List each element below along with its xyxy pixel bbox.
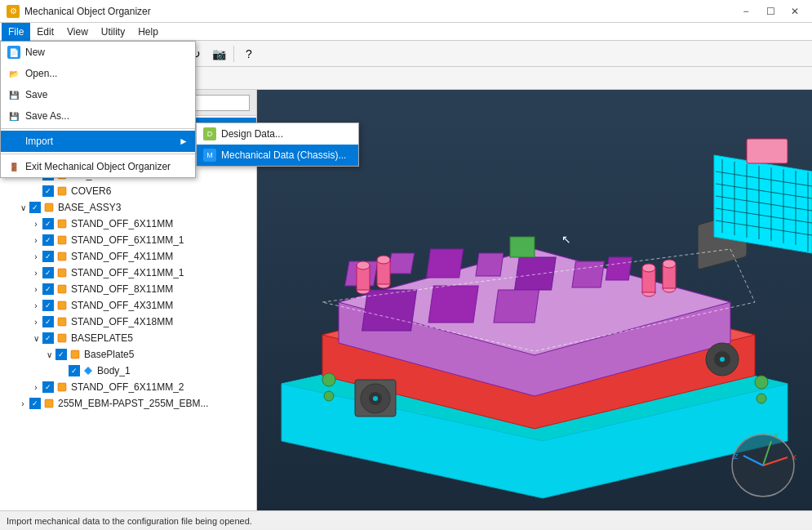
tree-item[interactable]: ›✓STAND_OFF_4X11MM_1 [0,265,256,281]
tree-item[interactable]: ›✓STAND_OFF_8X11MM [0,281,256,297]
tree-item-label: BASE_ASSY3 [58,202,121,213]
tree-toggle-icon[interactable]: ∨ [29,332,42,345]
close-button[interactable]: ✕ [784,4,805,19]
menu-open[interactable]: 📂 Open... [1,63,195,84]
tree-checkbox[interactable]: ✓ [69,365,80,376]
svg-point-50 [720,357,725,362]
save-icon: 💾 [7,88,20,101]
file-dropdown: 📄 New 📂 Open... 💾 Save 💾 Save As... Impo… [0,41,196,178]
submenu-design-data[interactable]: D Design Data... [197,123,358,145]
tree-item[interactable]: ›✓STAND_OFF_4X11MM [0,248,256,265]
tree-checkbox[interactable]: ✓ [42,381,54,393]
tree-toggle-icon[interactable]: › [29,266,42,279]
tree-item[interactable]: ›✓STAND_OFF_4X31MM [0,297,256,314]
menu-file[interactable]: File [2,23,30,41]
svg-rect-14 [71,350,79,359]
tree-item[interactable]: ∨✓BasePlate5 [0,346,256,363]
svg-rect-28 [476,253,504,276]
tree-checkbox[interactable]: ✓ [42,251,54,262]
tree-checkbox[interactable]: ✓ [29,202,41,213]
menu-save[interactable]: 💾 Save [1,84,195,105]
toolbar-help-button[interactable]: ? [238,43,260,65]
tree-toggle-icon[interactable]: › [29,381,42,394]
svg-rect-10 [58,285,66,293]
tree-item-icon [55,299,69,312]
tree-item-label: STAND_OFF_4X31MM [71,300,173,311]
tree-item-icon [55,185,69,198]
tree-checkbox[interactable]: ✓ [42,185,54,197]
exit-icon: 🚪 [7,160,20,173]
tree-item[interactable]: ›✓STAND_OFF_4X18MM [0,314,256,330]
svg-marker-15 [84,367,92,375]
tree-item[interactable]: ∨✓BASEPLATE5 [0,330,256,346]
tree-item[interactable]: ›✓255M_EBM-PAPST_255M_EBM... [0,395,256,412]
menu-bar: File Edit View Utility Help [0,23,812,41]
import-submenu: D Design Data... M Mechanical Data (Chas… [196,122,359,167]
tree-item-icon [55,315,69,328]
tree-toggle-icon[interactable] [55,364,69,377]
svg-rect-12 [58,318,66,326]
svg-rect-55 [510,237,535,257]
svg-text:X: X [792,453,796,461]
toolbar-camera-button[interactable]: 📷 [208,43,229,65]
tree-checkbox[interactable]: ✓ [42,234,54,246]
tree-item-label: 255M_EBM-PAPST_255M_EBM... [58,398,209,409]
tree-item-label: STAND_OFF_6X11MM_2 [71,381,184,393]
tree-item-label: STAND_OFF_4X11MM_1 [71,267,184,278]
maximize-button[interactable]: ☐ [760,4,781,19]
menu-help[interactable]: Help [131,23,165,41]
svg-rect-29 [515,257,557,290]
menu-new[interactable]: 📄 New [1,42,195,63]
tree-item[interactable]: ›✓STAND_OFF_6X11MM_2 [0,379,256,395]
minimize-button[interactable]: − [735,4,757,19]
tree-checkbox[interactable]: ✓ [42,218,54,229]
menu-edit[interactable]: Edit [30,23,60,41]
tree-item-label: STAND_OFF_6X11MM_1 [71,234,184,246]
tree-toggle-icon[interactable]: ∨ [42,348,55,361]
svg-rect-8 [58,252,66,261]
tree-checkbox[interactable]: ✓ [55,349,67,360]
tree-toggle-icon[interactable]: ∨ [16,201,29,214]
tree-toggle-icon[interactable] [29,185,42,198]
title-bar: ⚙ Mechanical Object Organizer − ☐ ✕ [0,0,812,23]
menu-exit[interactable]: 🚪 Exit Mechanical Object Organizer [1,156,195,177]
tree-toggle-icon[interactable]: › [29,299,42,312]
tree-item[interactable]: ∨✓BASE_ASSY3 [0,199,256,216]
tree-checkbox[interactable]: ✓ [42,332,54,344]
tree-toggle-icon[interactable]: › [29,217,42,230]
tree-checkbox[interactable]: ✓ [42,300,54,311]
tree-item[interactable]: ✓COVER6 [0,183,256,199]
tree-item[interactable]: ›✓STAND_OFF_6X11MM [0,216,256,232]
menu-utility[interactable]: Utility [95,23,131,41]
menu-saveas[interactable]: 💾 Save As... [1,105,195,127]
svg-point-46 [663,260,676,268]
tree-item-icon [55,217,69,230]
tree-checkbox[interactable]: ✓ [29,398,41,409]
submenu-mechanical-data[interactable]: M Mechanical Data (Chassis)... [197,145,358,166]
menu-view[interactable]: View [60,23,95,41]
tree-item-icon [42,397,55,410]
submenu-arrow-icon: ► [179,136,189,147]
svg-point-43 [642,264,655,272]
tree-item-label: STAND_OFF_6X11MM [71,218,173,229]
tree-toggle-icon[interactable]: › [29,234,42,247]
menu-import[interactable]: Import ► [1,131,195,152]
tree-toggle-icon[interactable]: › [29,315,42,328]
tree-checkbox[interactable]: ✓ [42,267,54,278]
tree-item-label: STAND_OFF_8X11MM [71,283,173,295]
tree-checkbox[interactable]: ✓ [42,316,54,327]
svg-rect-11 [58,301,66,310]
tree-item[interactable]: ›✓STAND_OFF_6X11MM_1 [0,232,256,248]
import-icon [7,135,20,148]
svg-rect-4 [58,187,66,195]
tree-item-icon [55,234,69,247]
open-icon: 📂 [7,67,20,80]
tree-toggle-icon[interactable]: › [16,397,29,410]
tree-item[interactable]: ✓Body_1 [0,363,256,379]
tree-toggle-icon[interactable]: › [29,250,42,263]
app-icon: ⚙ [7,5,20,18]
tree-toggle-icon[interactable]: › [29,283,42,296]
tree-item-label: Body_1 [97,365,131,376]
tree-checkbox[interactable]: ✓ [42,283,54,295]
svg-point-37 [357,261,370,269]
